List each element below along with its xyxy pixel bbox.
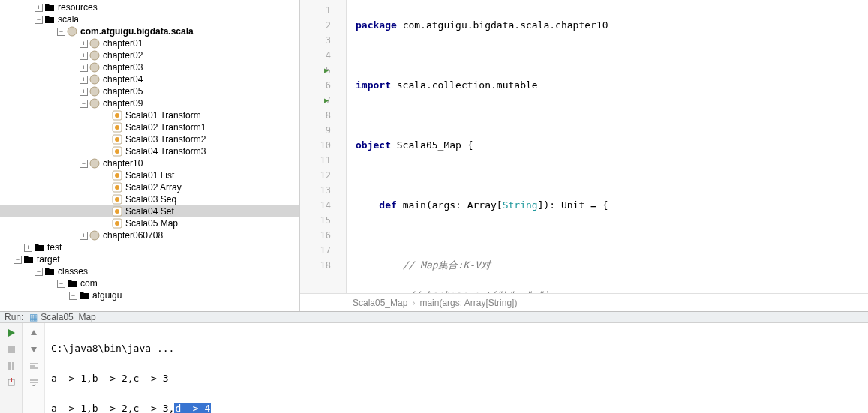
- scalafile-icon: [112, 170, 122, 181]
- line-number[interactable]: 7▶⌄: [300, 93, 331, 108]
- tree-toggle-icon[interactable]: +: [80, 64, 88, 72]
- tree-node-s02t[interactable]: Scala02 Transform1: [0, 121, 299, 133]
- tree-node-s03s[interactable]: Scala03 Seq: [0, 193, 299, 205]
- tree-node-s05m[interactable]: Scala05 Map: [0, 217, 299, 229]
- tree-node-label: Scala01 List: [125, 169, 174, 181]
- run-tab[interactable]: Scala05_Map: [41, 312, 95, 322]
- scalafile-icon: [112, 206, 122, 217]
- tree-toggle-icon[interactable]: −: [35, 268, 43, 276]
- run-gutter-icon[interactable]: ▶: [324, 63, 329, 78]
- tree-node-s02a[interactable]: Scala02 Array: [0, 181, 299, 193]
- tree-toggle-icon[interactable]: −: [14, 256, 22, 264]
- line-number[interactable]: 15⌄: [300, 213, 331, 228]
- tree-node-target[interactable]: −target: [0, 253, 299, 265]
- tree-toggle-icon[interactable]: −: [57, 280, 65, 288]
- line-number[interactable]: 6: [300, 78, 331, 93]
- tree-node-s01l[interactable]: Scala01 List: [0, 169, 299, 181]
- line-number[interactable]: 4: [300, 48, 331, 63]
- tree-toggle-icon[interactable]: −: [35, 16, 43, 24]
- scalafile-icon: [112, 194, 122, 205]
- soft-wrap-button[interactable]: [27, 359, 41, 373]
- tree-toggle-icon[interactable]: −: [57, 28, 65, 36]
- tree-node-ch03[interactable]: +chapter03: [0, 61, 299, 73]
- run-header[interactable]: Run: ▦ Scala05_Map: [0, 312, 868, 323]
- line-number[interactable]: 13: [300, 183, 331, 198]
- line-number[interactable]: 3: [300, 33, 331, 48]
- main-sig2: ]): Unit = {: [538, 199, 608, 211]
- tree-node-resources[interactable]: +resources: [0, 1, 299, 13]
- tree-node-ch01[interactable]: +chapter01: [0, 37, 299, 49]
- tree-node-ch10[interactable]: −chapter10: [0, 157, 299, 169]
- breadcrumb-item[interactable]: Scala05_Map: [353, 298, 407, 308]
- tree-toggle-icon[interactable]: −: [69, 292, 77, 300]
- svg-rect-1: [8, 346, 15, 353]
- line-number[interactable]: 17: [300, 243, 331, 258]
- code-area[interactable]: package com.atguigu.bigdata.scala.chapte…: [347, 0, 868, 293]
- tree-node-ch05[interactable]: +chapter05: [0, 85, 299, 97]
- line-number[interactable]: 10: [300, 138, 331, 153]
- tree-toggle-icon[interactable]: +: [80, 232, 88, 240]
- tree-node-ch02[interactable]: +chapter02: [0, 49, 299, 61]
- tree-node-ch04[interactable]: +chapter04: [0, 73, 299, 85]
- tree-node-test[interactable]: +test: [0, 241, 299, 253]
- tree-toggle-icon[interactable]: −: [80, 160, 88, 168]
- console-line: C:\java8\bin\java ...: [51, 343, 174, 354]
- line-number[interactable]: 14: [300, 198, 331, 213]
- tree-toggle-spacer: [102, 148, 110, 156]
- line-number[interactable]: 9: [300, 123, 331, 138]
- tree-toggle-icon[interactable]: +: [35, 4, 43, 12]
- project-tree[interactable]: +resources−scala−com.atguigu.bigdata.sca…: [0, 0, 300, 311]
- tree-node-atguigu[interactable]: −atguigu: [0, 289, 299, 301]
- stop-button[interactable]: [5, 343, 18, 356]
- breadcrumb[interactable]: Scala05_Map › main(args: Array[String]): [300, 293, 868, 311]
- tree-node-s03t[interactable]: Scala03 Transform2: [0, 133, 299, 145]
- breadcrumb-item[interactable]: main(args: Array[String]): [419, 298, 517, 308]
- tree-node-s04s[interactable]: Scala04 Set: [0, 205, 299, 217]
- line-number[interactable]: 5▶⌄: [300, 63, 331, 78]
- up-button[interactable]: [27, 326, 41, 340]
- scroll-to-end-button[interactable]: [27, 376, 41, 389]
- line-number[interactable]: 12: [300, 168, 331, 183]
- svg-marker-6: [31, 347, 37, 352]
- tree-node-label: test: [47, 241, 62, 253]
- tree-node-label: chapter10: [103, 157, 143, 169]
- console-output[interactable]: C:\java8\bin\java ... a -> 1,b -> 2,c ->…: [45, 323, 868, 413]
- line-number[interactable]: 18: [300, 258, 331, 273]
- tree-node-s01t[interactable]: Scala01 Transform: [0, 109, 299, 121]
- line-number[interactable]: 16⌄: [300, 228, 331, 243]
- tree-toggle-icon[interactable]: +: [80, 88, 88, 96]
- pkg-icon: [89, 86, 100, 97]
- exit-button[interactable]: [5, 376, 18, 389]
- tree-toggle-icon[interactable]: +: [80, 52, 88, 60]
- tree-toggle-icon[interactable]: +: [24, 244, 32, 252]
- tree-node-scala[interactable]: −scala: [0, 13, 299, 25]
- down-button[interactable]: [27, 343, 41, 356]
- rerun-button[interactable]: [5, 326, 18, 340]
- tree-node-label: Scala02 Array: [125, 181, 182, 193]
- console-line: a -> 1,b -> 2,c -> 3,: [51, 403, 174, 413]
- comment: // Map集合:K-V对: [403, 259, 491, 271]
- main-sig: main(args: Array[: [403, 199, 503, 211]
- line-number[interactable]: 2: [300, 18, 331, 33]
- tree-node-pkgroot[interactable]: −com.atguigu.bigdata.scala: [0, 25, 299, 37]
- tree-node-label: chapter060708: [103, 229, 163, 241]
- import-path: scala.collection.mutable: [397, 79, 538, 91]
- tree-toggle-icon[interactable]: +: [80, 40, 88, 48]
- tree-toggle-icon[interactable]: +: [80, 76, 88, 84]
- tree-node-label: chapter03: [103, 61, 143, 73]
- line-number[interactable]: 1: [300, 3, 331, 18]
- tree-node-ch060708[interactable]: +chapter060708: [0, 229, 299, 241]
- tree-node-ch09[interactable]: −chapter09: [0, 97, 299, 109]
- line-number[interactable]: 11: [300, 153, 331, 168]
- pause-button[interactable]: [5, 359, 18, 373]
- run-gutter-icon[interactable]: ▶: [324, 93, 329, 108]
- tree-node-s04t[interactable]: Scala04 Transform3: [0, 145, 299, 157]
- folder-o-icon: [44, 266, 55, 277]
- tree-toggle-icon[interactable]: −: [80, 100, 88, 108]
- keyword-package: package: [356, 19, 397, 31]
- tree-node-classes[interactable]: −classes: [0, 265, 299, 277]
- tree-node-com[interactable]: −com: [0, 277, 299, 289]
- scalafile-icon: [112, 146, 122, 157]
- line-number[interactable]: 8: [300, 108, 331, 123]
- run-label: Run:: [5, 312, 23, 322]
